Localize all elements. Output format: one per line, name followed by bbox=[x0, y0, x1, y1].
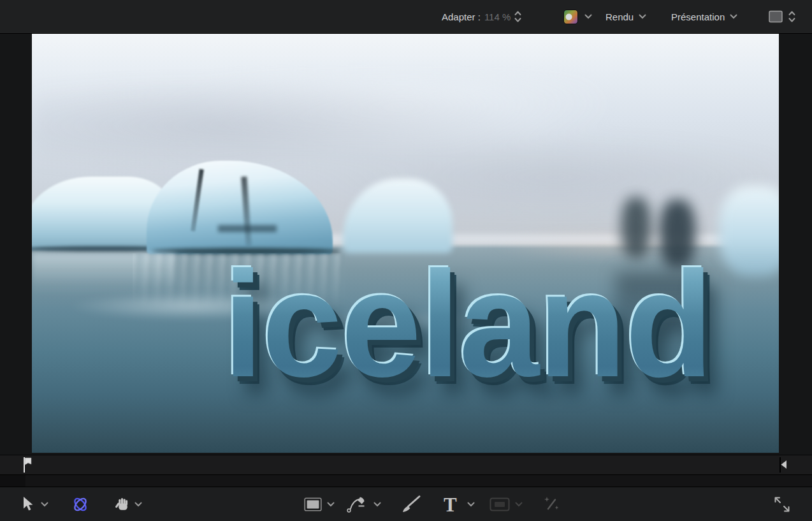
magic-wand-icon bbox=[543, 495, 561, 513]
chevron-down-icon bbox=[134, 502, 142, 507]
apply-effect-tool-button-disabled bbox=[543, 495, 561, 513]
rectangle-tool-button[interactable] bbox=[304, 497, 322, 511]
shape-mask-tool-button-disabled bbox=[489, 497, 510, 511]
transform-3d-tool-button[interactable] bbox=[71, 495, 90, 514]
top-toolbar: Adapter : 114 % Rendu Présentation bbox=[0, 0, 812, 34]
chevron-down-icon bbox=[373, 502, 381, 507]
select-tool-button[interactable] bbox=[21, 496, 35, 513]
timeline-left-block bbox=[0, 475, 25, 487]
iceberg-streak bbox=[218, 225, 277, 232]
chevron-down-icon bbox=[467, 502, 475, 507]
timeline-lower-strip bbox=[0, 474, 812, 487]
text-tool-icon: T bbox=[444, 495, 457, 515]
chevron-down-icon bbox=[730, 14, 737, 19]
title-3d-text[interactable]: iceland bbox=[223, 249, 712, 399]
colorspace-menu[interactable] bbox=[563, 0, 592, 33]
iceberg-right-blurred bbox=[719, 186, 779, 276]
canvas-viewer[interactable]: iceland iceland iceland bbox=[0, 34, 812, 455]
chevron-down-icon bbox=[639, 14, 646, 19]
chevron-down-icon bbox=[327, 502, 335, 507]
pan-tool-button[interactable] bbox=[115, 496, 131, 513]
chevron-down-icon bbox=[41, 502, 48, 507]
playhead-marker-icon[interactable] bbox=[21, 456, 34, 474]
mask-rect-icon bbox=[489, 497, 510, 511]
brush-icon bbox=[400, 495, 422, 514]
range-end-marker-icon[interactable] bbox=[778, 456, 789, 474]
zoom-value: 114 % bbox=[484, 11, 511, 22]
rectangle-tool-icon bbox=[304, 497, 322, 511]
hand-icon bbox=[115, 496, 131, 513]
zoom-fit-label: Adapter : bbox=[442, 11, 481, 22]
select-tool-dropdown[interactable] bbox=[41, 502, 48, 507]
expand-viewer-button[interactable] bbox=[772, 495, 792, 514]
chevron-down-icon bbox=[584, 14, 592, 19]
display-select-control[interactable] bbox=[768, 0, 795, 33]
view-menu-label: Présentation bbox=[671, 11, 725, 22]
view-menu[interactable]: Présentation bbox=[671, 0, 737, 33]
resize-diagonal-arrows-icon bbox=[772, 495, 792, 514]
zoom-stepper-icon[interactable] bbox=[514, 10, 521, 24]
orbit-3d-icon bbox=[71, 495, 90, 514]
display-stepper-icon bbox=[788, 10, 795, 24]
render-menu-label: Rendu bbox=[605, 11, 634, 22]
text-tool-button[interactable]: T bbox=[444, 495, 457, 515]
bottom-toolbar: T bbox=[0, 487, 812, 521]
bezier-tool-dropdown[interactable] bbox=[373, 502, 381, 507]
paint-stroke-tool-button[interactable] bbox=[400, 495, 422, 514]
bezier-tool-button[interactable] bbox=[346, 495, 368, 513]
mini-timeline[interactable] bbox=[0, 455, 812, 475]
colorspace-swatch-icon bbox=[563, 10, 578, 24]
text-tool-dropdown[interactable] bbox=[467, 502, 475, 507]
render-menu[interactable]: Rendu bbox=[605, 0, 646, 33]
display-icon bbox=[768, 10, 783, 24]
pan-tool-dropdown[interactable] bbox=[134, 502, 142, 507]
rectangle-tool-dropdown[interactable] bbox=[327, 502, 335, 507]
viewer-image[interactable]: iceland iceland iceland bbox=[32, 34, 779, 453]
chevron-down-icon bbox=[515, 502, 523, 507]
zoom-fit-control[interactable]: Adapter : 114 % bbox=[442, 0, 521, 33]
arrow-cursor-icon bbox=[21, 496, 35, 513]
shape-mask-tool-dropdown-disabled bbox=[515, 502, 523, 507]
pen-bezier-icon bbox=[346, 495, 368, 513]
